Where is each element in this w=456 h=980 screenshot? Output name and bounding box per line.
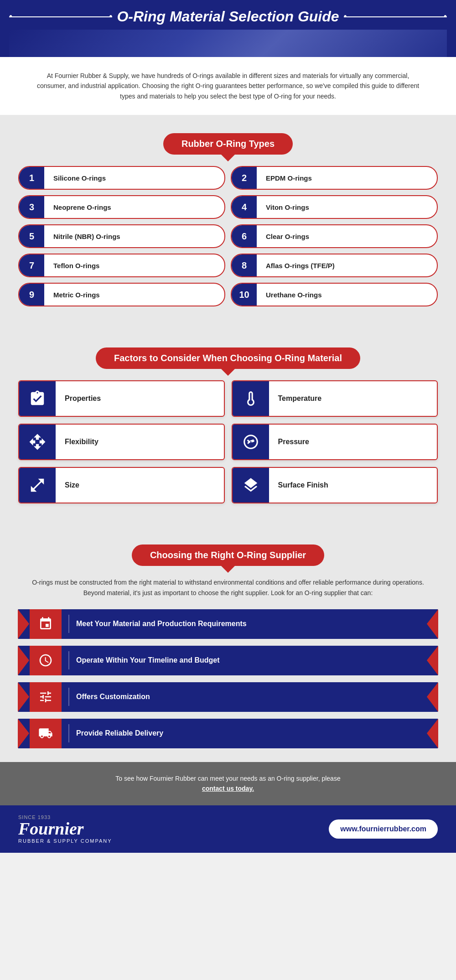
- factors-grid: Properties Temperature Flexibility Press…: [18, 380, 438, 503]
- supplier-intro: O-rings must be constructed from the rig…: [18, 577, 438, 598]
- list-item: Temperature: [232, 380, 438, 417]
- type-number: 9: [19, 284, 44, 306]
- supplier-label: Provide Reliable Delivery: [76, 729, 438, 737]
- list-item: Size: [18, 467, 225, 503]
- list-item: 5 Nitrile (NBR) O-rings: [18, 224, 225, 248]
- list-item: 2 EPDM O-rings: [231, 166, 438, 190]
- flow-icon: [30, 609, 62, 639]
- type-label: Clear O-rings: [257, 233, 318, 240]
- footer-blue: SINCE 1933 Fournier RUBBER & SUPPLY COMP…: [0, 805, 456, 853]
- factor-label: Flexibility: [56, 438, 108, 446]
- list-item: Flexibility: [18, 424, 225, 460]
- factors-section: Factors to Consider When Choosing O-Ring…: [0, 329, 456, 517]
- type-label: Metric O-rings: [44, 291, 109, 299]
- type-label: Viton O-rings: [257, 203, 318, 211]
- supplier-section: Choosing the Right O-Ring Supplier O-rin…: [0, 526, 456, 762]
- type-number: 2: [232, 167, 257, 189]
- type-label: Aflas O-rings (TFE/P): [257, 262, 344, 270]
- clock-icon: [30, 646, 62, 675]
- supplier-label: Meet Your Material and Production Requir…: [76, 620, 438, 628]
- header-line-left: [9, 16, 112, 17]
- list-item: 4 Viton O-rings: [231, 195, 438, 219]
- layers-icon: [233, 468, 269, 503]
- list-item: Properties: [18, 380, 225, 417]
- type-label: EPDM O-rings: [257, 174, 321, 182]
- type-number: 7: [19, 254, 44, 276]
- list-item: 1 Silicone O-rings: [18, 166, 225, 190]
- contact-link[interactable]: contact us today.: [202, 785, 254, 792]
- logo-sub: RUBBER & SUPPLY COMPANY: [18, 838, 112, 844]
- supplier-divider: [68, 724, 69, 742]
- list-item: 8 Aflas O-rings (TFE/P): [231, 254, 438, 277]
- list-item: Provide Reliable Delivery: [18, 719, 438, 748]
- list-item: Pressure: [232, 424, 438, 460]
- type-number: 4: [232, 196, 257, 218]
- list-item: 10 Urethane O-rings: [231, 283, 438, 306]
- header-line-right: [344, 16, 447, 17]
- factors-banner: Factors to Consider When Choosing O-Ring…: [96, 347, 360, 369]
- type-label: Nitrile (NBR) O-rings: [44, 233, 130, 240]
- type-label: Urethane O-rings: [257, 291, 331, 299]
- supplier-label: Operate Within Your Timeline and Budget: [76, 656, 438, 664]
- types-grid: 1 Silicone O-rings 2 EPDM O-rings 3 Neop…: [18, 166, 438, 306]
- gauge-icon: [233, 425, 269, 459]
- type-number: 3: [19, 196, 44, 218]
- page-title: O-Ring Material Selection Guide: [117, 8, 339, 25]
- list-item: Surface Finish: [232, 467, 438, 503]
- expand-icon: [19, 468, 56, 503]
- intro-text: At Fournier Rubber & Supply, we have hun…: [36, 71, 420, 101]
- list-item: 9 Metric O-rings: [18, 283, 225, 306]
- factor-label: Pressure: [269, 438, 319, 446]
- types-section: Rubber O-Ring Types 1 Silicone O-rings 2…: [0, 115, 456, 320]
- list-item: Meet Your Material and Production Requir…: [18, 609, 438, 639]
- header-image: [9, 30, 447, 57]
- list-item: 7 Teflon O-rings: [18, 254, 225, 277]
- type-number: 1: [19, 167, 44, 189]
- intro-section: At Fournier Rubber & Supply, we have hun…: [0, 57, 456, 115]
- list-item: Operate Within Your Timeline and Budget: [18, 646, 438, 675]
- types-banner: Rubber O-Ring Types: [163, 133, 293, 155]
- footer-url[interactable]: www.fournierrubber.com: [329, 819, 438, 839]
- supplier-items: Meet Your Material and Production Requir…: [18, 609, 438, 748]
- sliders-icon: [30, 682, 62, 712]
- type-number: 6: [232, 225, 257, 247]
- factor-label: Properties: [56, 394, 110, 403]
- footer-logo: SINCE 1933 Fournier RUBBER & SUPPLY COMP…: [18, 814, 112, 844]
- supplier-label: Offers Customization: [76, 693, 438, 701]
- supplier-divider: [68, 615, 69, 633]
- type-number: 8: [232, 254, 257, 276]
- factor-label: Size: [56, 481, 88, 489]
- list-item: 6 Clear O-rings: [231, 224, 438, 248]
- list-item: 3 Neoprene O-rings: [18, 195, 225, 219]
- supplier-banner: Choosing the Right O-Ring Supplier: [132, 544, 324, 566]
- thermometer-icon: [233, 381, 269, 416]
- supplier-divider: [68, 688, 69, 706]
- type-label: Neoprene O-rings: [44, 203, 120, 211]
- arrows-icon: [19, 425, 56, 459]
- clipboard-icon: [19, 381, 56, 416]
- supplier-banner-container: Choosing the Right O-Ring Supplier: [18, 544, 438, 566]
- factors-banner-container: Factors to Consider When Choosing O-Ring…: [18, 347, 438, 369]
- factor-label: Temperature: [269, 394, 331, 403]
- type-number: 10: [232, 284, 257, 306]
- type-label: Teflon O-rings: [44, 262, 109, 270]
- types-banner-container: Rubber O-Ring Types: [18, 133, 438, 155]
- supplier-divider: [68, 651, 69, 669]
- list-item: Offers Customization: [18, 682, 438, 712]
- type-number: 5: [19, 225, 44, 247]
- header: O-Ring Material Selection Guide: [0, 0, 456, 57]
- factor-label: Surface Finish: [269, 481, 337, 489]
- footer-gray-text: To see how Fournier Rubber can meet your…: [18, 773, 438, 794]
- logo-name: Fournier: [18, 820, 112, 837]
- truck-icon: [30, 719, 62, 748]
- footer-gray: To see how Fournier Rubber can meet your…: [0, 762, 456, 805]
- type-label: Silicone O-rings: [44, 174, 115, 182]
